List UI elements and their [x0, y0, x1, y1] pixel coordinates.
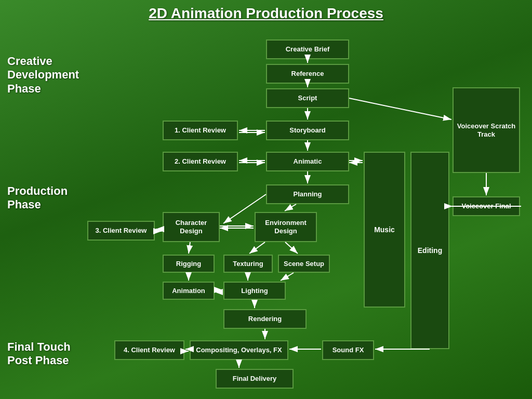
svg-line-26: [249, 242, 265, 254]
svg-line-30: [281, 273, 294, 281]
voiceover-scratch-box: Voiceover Scratch Track: [453, 87, 520, 173]
scene-setup-box: Scene Setup: [278, 255, 330, 273]
editing-box: Editing: [410, 152, 449, 349]
rigging-box: Rigging: [163, 255, 215, 273]
voiceover-final-box: Voiceover Final: [453, 196, 520, 216]
environment-design-box: Environment Design: [255, 212, 317, 242]
compositing-box: Compositing, Overlays, FX: [190, 340, 288, 360]
svg-line-27: [189, 242, 190, 254]
page-title: 2D Animation Production Process: [10, 5, 522, 22]
client-review-2-box: 2. Client Review: [163, 152, 238, 171]
creative-phase-label: Creative DevelopmentPhase: [7, 55, 90, 96]
svg-line-20: [285, 204, 296, 211]
character-design-box: Character Design: [163, 212, 220, 242]
svg-line-25: [285, 242, 298, 254]
reference-box: Reference: [266, 64, 349, 84]
main-container: 2D Animation Production Process Creative…: [0, 0, 532, 399]
script-box: Script: [266, 88, 349, 108]
storyboard-box: Storyboard: [266, 121, 349, 140]
texturing-box: Texturing: [223, 255, 273, 273]
animation-box: Animation: [163, 282, 215, 300]
rendering-box: Rendering: [223, 309, 307, 329]
client-review-3-box: 3. Client Review: [87, 221, 155, 241]
production-phase-label: ProductionPhase: [7, 184, 80, 212]
final-delivery-box: Final Delivery: [216, 369, 294, 389]
planning-box: Planning: [266, 184, 349, 204]
lighting-box: Lighting: [223, 282, 286, 300]
final-phase-label: Final TouchPost Phase: [7, 340, 80, 368]
music-box: Music: [364, 152, 405, 308]
client-review-1-box: 1. Client Review: [163, 121, 238, 140]
svg-line-6: [349, 98, 451, 119]
animatic-box: Animatic: [266, 152, 349, 171]
creative-brief-box: Creative Brief: [266, 39, 349, 59]
sound-fx-box: Sound FX: [322, 340, 374, 360]
client-review-4-box: 4. Client Review: [114, 340, 184, 360]
